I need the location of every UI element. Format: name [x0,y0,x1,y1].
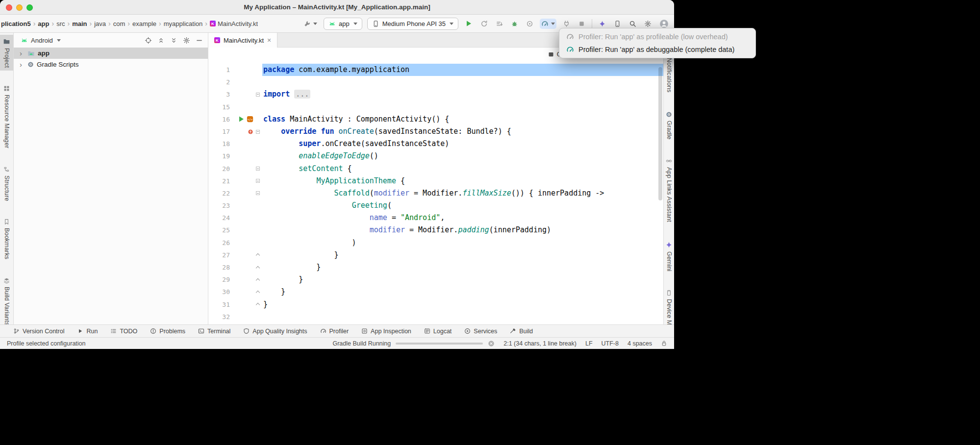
toolwindow-app-inspection[interactable]: App Inspection [355,325,418,337]
breadcrumb-item-com[interactable]: com [113,20,126,27]
editor-scrollbar[interactable] [658,67,662,200]
breadcrumb-item-src[interactable]: src [56,20,65,27]
code-line[interactable]: 27 } [208,249,663,261]
code-line[interactable]: 15 [208,101,663,113]
toolwindow-todo[interactable]: TODO [104,325,144,337]
breadcrumb-item-java[interactable]: java [94,20,106,27]
code-line[interactable]: 17 override fun onCreate(savedInstanceSt… [208,125,663,138]
tool-stripe-app-links-assistant[interactable]: App Links Assistant [664,155,674,225]
collapse-all-icon[interactable] [170,37,177,44]
attach-debugger-button[interactable] [561,19,572,29]
lock-icon[interactable] [661,340,667,346]
run-button[interactable] [463,18,474,29]
minimize-window-button[interactable] [16,4,23,11]
toolwindow-problems[interactable]: Problems [144,325,192,337]
stop-button[interactable] [577,19,587,29]
toolwindow-run[interactable]: Run [71,325,104,337]
settings-button[interactable] [643,19,653,29]
device-mirroring-button[interactable] [612,19,623,29]
cancel-build-icon[interactable] [488,340,495,347]
fold-marker-icon[interactable] [256,253,260,257]
tool-stripe-resource-manager[interactable]: Resource Manager [0,82,13,151]
gemini-button[interactable] [597,19,607,29]
breadcrumb-item-main[interactable]: main [72,20,87,27]
tool-stripe-structure[interactable]: Structure [0,163,13,204]
tool-stripe-gradle[interactable]: GGradle [664,108,674,143]
hide-panel-icon[interactable] [196,37,203,44]
close-icon[interactable]: × [267,36,271,44]
code-line[interactable]: 16</>class MainActivity : ComponentActiv… [208,113,663,125]
toolwindow-logcat[interactable]: Logcat [418,325,458,337]
search-everywhere-button[interactable] [628,19,638,29]
fold-marker-icon[interactable] [256,93,260,97]
panel-settings-icon[interactable] [183,37,190,44]
code-line[interactable]: 21 MyApplicationTheme { [208,175,663,187]
sync-button[interactable] [302,19,319,29]
tool-stripe-build-variants[interactable]: Build Variants [0,274,13,328]
code-line[interactable]: 2 [208,76,663,88]
breadcrumb-item-myapplication[interactable]: myapplication [164,20,203,27]
locate-file-icon[interactable] [145,37,152,44]
toolwindow-build[interactable]: Build [503,325,539,337]
close-window-button[interactable] [6,4,12,11]
breadcrumb-item-plication5[interactable]: plication5 [1,20,31,27]
code-editor[interactable]: CodeSplitDesign 1package com.example.mya… [208,48,663,324]
code-line[interactable]: 22 Scaffold(modifier = Modifier.fillMaxS… [208,187,663,199]
code-line[interactable]: 31} [208,298,663,311]
tool-stripe-bookmarks[interactable]: Bookmarks [0,216,13,262]
line-number: 18 [208,138,232,150]
expand-all-icon[interactable] [157,37,165,44]
code-line[interactable]: 3import ... [208,88,663,100]
tree-item-gradle-scripts[interactable]: ›GGradle Scripts [14,59,208,70]
code-line[interactable]: 20 setContent { [208,163,663,175]
zoom-window-button[interactable] [26,4,33,11]
toolwindow-app-quality-insights[interactable]: App Quality Insights [237,325,313,337]
gutter-icons [232,237,253,249]
run-configuration-select[interactable]: app [324,18,362,30]
fold-marker-icon[interactable] [256,290,260,294]
toolwindow-terminal[interactable]: Terminal [192,325,237,337]
code-line[interactable]: 23 Greeting( [208,199,663,212]
project-view-selector[interactable]: Android [21,37,61,44]
caret-position[interactable]: 2:1 (34 chars, 1 line break) [503,340,577,347]
code-line[interactable]: 32 [208,311,663,323]
code-line[interactable]: 19 enableEdgeToEdge() [208,150,663,162]
breadcrumb-separator: › [127,20,130,27]
toolwindow-version-control[interactable]: Version Control [7,325,71,337]
fold-marker-icon[interactable] [256,179,260,183]
code-line[interactable]: 29 } [208,273,663,286]
apply-changes-button[interactable] [494,19,504,29]
popup-item-profileable[interactable]: Profiler: Run 'app' as profileable (low … [561,30,754,43]
profile-with-coverage-button[interactable] [525,19,535,29]
rerun-button[interactable] [479,19,489,29]
fold-marker-icon[interactable] [256,130,260,134]
fold-marker-icon[interactable] [256,302,260,306]
code-line[interactable]: 30 } [208,286,663,298]
line-separator[interactable]: LF [585,340,593,347]
code-line[interactable]: 25 modifier = Modifier.padding(innerPadd… [208,224,663,236]
profiler-button[interactable] [540,19,556,29]
file-encoding[interactable]: UTF-8 [602,340,619,347]
code-line[interactable]: 28 } [208,261,663,273]
debug-button[interactable] [509,19,520,29]
tree-item-app[interactable]: ›app [14,48,208,59]
popup-item-debuggable[interactable]: Profiler: Run 'app' as debuggable (compl… [561,43,754,56]
breadcrumb-item-mainactivity-kt[interactable]: KMainActivity.kt [210,20,258,27]
device-select[interactable]: Medium Phone API 35 [367,18,458,30]
code-line[interactable]: 24 name = "Android", [208,212,663,224]
fold-marker-icon[interactable] [256,191,260,195]
breadcrumb-item-example[interactable]: example [132,20,156,27]
fold-marker-icon[interactable] [256,278,260,282]
code-line[interactable]: 1package com.example.myapplication [208,64,663,76]
indent-setting[interactable]: 4 spaces [628,340,652,347]
fold-marker-icon[interactable] [256,167,260,171]
breadcrumb-item-app[interactable]: app [38,20,49,27]
fold-marker-icon[interactable] [256,266,260,270]
tool-stripe-project[interactable]: Project [0,35,13,71]
code-line[interactable]: 26 ) [208,237,663,249]
toolwindow-profiler[interactable]: Profiler [314,325,355,337]
code-line[interactable]: 18 super.onCreate(savedInstanceState) [208,138,663,150]
toolwindow-services[interactable]: Services [458,325,503,337]
tab-mainactivity[interactable]: K MainActivity.kt × [208,33,277,48]
tool-stripe-gemini[interactable]: Gemini [664,238,674,274]
